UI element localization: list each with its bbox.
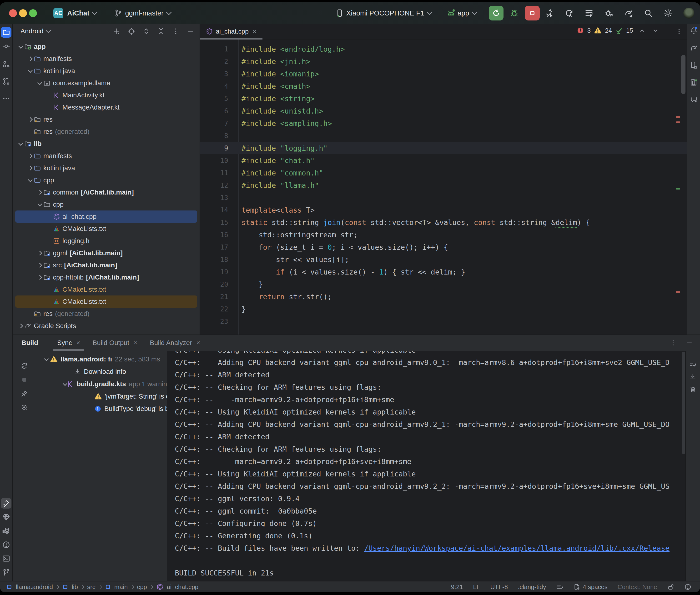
- version-control-tool-button[interactable]: [1, 567, 11, 577]
- tree-item-common[interactable]: common[AiChat.lib.main]: [15, 186, 197, 198]
- breadcrumb[interactable]: llama.androidlibsrcmaincppai_chat.cpp: [6, 583, 198, 591]
- gradle-sync-icon[interactable]: [624, 8, 633, 18]
- rerun-button[interactable]: [489, 6, 504, 21]
- chevron-right-icon[interactable]: [27, 154, 34, 158]
- breadcrumb-item[interactable]: ai_chat.cpp: [167, 583, 198, 591]
- stop-button[interactable]: [525, 6, 540, 21]
- chevron-down-icon[interactable]: [63, 383, 67, 385]
- code-line-19[interactable]: 19 if (i < values.size() - 1) { str << d…: [200, 266, 687, 278]
- tree-item-src[interactable]: src[AiChat.lib.main]: [15, 259, 197, 271]
- project-view-selector[interactable]: Android: [21, 27, 44, 35]
- editor-scrollbar[interactable]: [681, 55, 685, 94]
- tree-item-logging-h[interactable]: logging.h: [15, 235, 197, 247]
- tree-item-cpp[interactable]: cpp: [15, 174, 197, 186]
- close-tab-icon[interactable]: ×: [76, 339, 80, 347]
- tree-item-messageadapter-kt[interactable]: MessageAdapter.kt: [15, 101, 197, 113]
- tree-item-lib[interactable]: lib: [15, 138, 197, 150]
- tree-item-manifests[interactable]: manifests: [15, 53, 197, 65]
- chevron-right-icon[interactable]: [17, 324, 24, 328]
- tree-item-ggml[interactable]: ggml[AiChat.lib.main]: [15, 247, 197, 259]
- tree-item-kotlin-java[interactable]: kotlin+java: [15, 65, 197, 77]
- chevron-down-icon[interactable]: [43, 358, 50, 361]
- vcs-branch-widget[interactable]: ggml-master: [114, 9, 171, 17]
- commit-tool-button[interactable]: [1, 41, 11, 51]
- chevron-right-icon[interactable]: [36, 276, 43, 279]
- tree-item-res[interactable]: res(generated): [15, 308, 197, 320]
- code-line-15[interactable]: 15static std::string join(const std::vec…: [200, 216, 687, 229]
- gradle-tool-button[interactable]: [689, 43, 699, 53]
- breadcrumb-item[interactable]: lib: [72, 583, 78, 591]
- project-widget[interactable]: AC AiChat: [53, 8, 96, 18]
- search-everywhere-icon[interactable]: [644, 8, 653, 18]
- code-line-22[interactable]: 22}: [200, 303, 687, 315]
- code-line-13[interactable]: 13: [200, 192, 687, 204]
- tree-item-cmakelists-txt[interactable]: CMakeLists.txt: [15, 223, 197, 235]
- build-options-kebab-icon[interactable]: [670, 339, 677, 346]
- pull-requests-tool-button[interactable]: [1, 76, 11, 87]
- chevron-right-icon[interactable]: [36, 251, 43, 255]
- profiler-tool-button[interactable]: [1, 526, 11, 536]
- clear-all-icon[interactable]: [689, 386, 696, 393]
- hide-build-window-icon[interactable]: [686, 339, 693, 346]
- code-line-6[interactable]: 6#include <unistd.h>: [200, 105, 687, 117]
- code-line-7[interactable]: 7#include <sampling.h>: [200, 117, 687, 130]
- tree-item-manifests[interactable]: manifests: [15, 150, 197, 162]
- code-editor[interactable]: 1#include <android/log.h>2#include <jni.…: [200, 39, 687, 335]
- tree-item-cpp-httplib[interactable]: cpp-httplib[AiChat.lib.main]: [15, 271, 197, 283]
- build-event-row[interactable]: BuildType 'debug' is both de: [36, 403, 167, 415]
- running-devices-button[interactable]: [689, 77, 699, 88]
- chevron-right-icon[interactable]: [27, 118, 34, 121]
- breadcrumb-item[interactable]: llama.android: [16, 583, 53, 591]
- build-event-row[interactable]: build.gradle.ktsapp 1 warning: [36, 378, 167, 390]
- tab-options-kebab-icon[interactable]: [675, 28, 682, 35]
- code-line-20[interactable]: 20 }: [200, 278, 687, 290]
- user-avatar[interactable]: [683, 8, 694, 19]
- inspections-widget[interactable]: 3 24 15: [577, 27, 659, 34]
- code-line-18[interactable]: 18 str << values[i];: [200, 253, 687, 266]
- line-ending[interactable]: LF: [473, 583, 480, 591]
- editor-tab-ai-chat-cpp[interactable]: ai_chat.cpp ×: [200, 24, 262, 39]
- tree-item-cpp[interactable]: cpp: [15, 198, 197, 210]
- breadcrumb-item[interactable]: src: [87, 583, 95, 591]
- chevron-down-icon[interactable]: [17, 46, 24, 48]
- indent-widget[interactable]: 4 spaces: [573, 583, 608, 591]
- attach-debugger-icon[interactable]: [604, 8, 613, 18]
- project-tool-button[interactable]: [1, 27, 11, 38]
- notifications-button[interactable]: [689, 25, 699, 36]
- sync-project-icon[interactable]: [565, 8, 574, 18]
- tree-item-app[interactable]: app: [15, 40, 197, 53]
- code-line-16[interactable]: 16 std::ostringstream str;: [200, 229, 687, 241]
- chevron-down-icon[interactable]: [27, 70, 34, 72]
- apply-changes-icon[interactable]: [585, 8, 593, 18]
- build-output-path-link[interactable]: /Users/hanyin/Workspace/ai-chat/examples…: [364, 544, 670, 552]
- locate-file-icon[interactable]: [128, 27, 135, 35]
- build-tool-button[interactable]: [1, 498, 11, 509]
- collapse-all-icon[interactable]: [157, 27, 165, 35]
- scroll-to-end-icon[interactable]: [689, 373, 696, 380]
- chevron-down-icon[interactable]: [17, 143, 24, 145]
- chevron-right-icon[interactable]: [36, 263, 43, 267]
- code-line-1[interactable]: 1#include <android/log.h>: [200, 43, 687, 55]
- tree-item-gradle-scripts[interactable]: Gradle Scripts: [15, 320, 197, 332]
- zoom-window-button[interactable]: [29, 9, 37, 17]
- caret-position[interactable]: 9:21: [451, 583, 463, 591]
- structure-tool-button[interactable]: [1, 59, 11, 69]
- next-problem-icon[interactable]: [652, 27, 659, 34]
- chevron-right-icon[interactable]: [27, 57, 34, 60]
- error-stripe-mark[interactable]: [676, 121, 680, 123]
- console-scrollbar[interactable]: [682, 352, 685, 454]
- terminal-tool-button[interactable]: [1, 553, 11, 564]
- stop-disabled-icon[interactable]: [21, 376, 28, 384]
- code-line-8[interactable]: 8: [200, 130, 687, 142]
- code-line-17[interactable]: 17 for (size_t i = 0; i < values.size();…: [200, 241, 687, 253]
- code-line-2[interactable]: 2#include <jni.h>: [200, 55, 687, 67]
- gemini-chat-button[interactable]: [689, 94, 699, 105]
- build-tab-sync[interactable]: Sync×: [51, 335, 86, 351]
- hide-panel-icon[interactable]: [187, 27, 194, 35]
- resync-icon[interactable]: [21, 362, 28, 370]
- chevron-down-icon[interactable]: [36, 82, 43, 84]
- code-line-4[interactable]: 4#include <cmath>: [200, 80, 687, 92]
- tree-item-res[interactable]: res: [15, 113, 197, 125]
- chevron-right-icon[interactable]: [27, 166, 34, 170]
- chevron-right-icon[interactable]: [36, 191, 43, 194]
